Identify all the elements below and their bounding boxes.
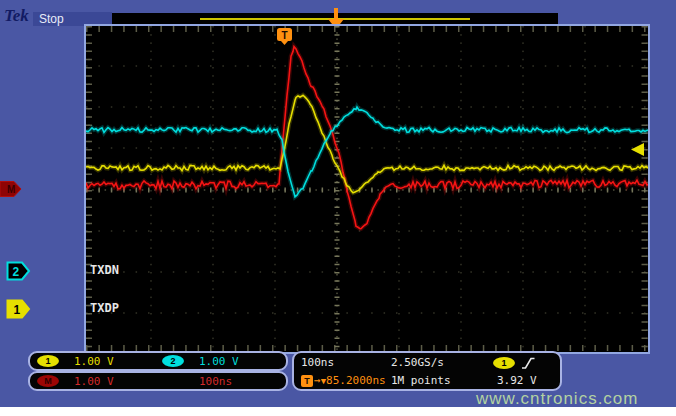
horizontal-trigger-readout[interactable]: 100ns 2.50GS/s 1 T→▼85.2000ns 1M points … [292,351,562,391]
watermark: www.cntronics.com [476,389,638,409]
channel-scale-readout[interactable]: 1 1.00 V 2 1.00 V [28,351,288,371]
svg-text:2: 2 [13,265,20,279]
svg-text:M: M [7,184,15,195]
svg-text:T: T [281,30,287,41]
ch1-scale: 1.00 V [74,355,162,368]
trigger-delay: T→▼85.2000ns [294,374,391,387]
tek-logo: Tek [4,6,29,26]
trigger-t-icon: T [301,375,313,387]
ch2-badge[interactable]: 2 [162,355,184,367]
ch1-position-marker[interactable]: 1 [6,299,31,319]
label-txdp: TXDP [90,301,119,315]
ch2-position-marker[interactable]: 2 [6,261,31,281]
math-badge[interactable]: M [37,375,59,387]
waveform-display: T TXDN TXDP [84,24,650,354]
ch2-scale: 1.00 V [199,355,239,368]
record-length: 1M points [391,374,487,387]
scope-bezel-panel: Tek Stop T TXDN TXDP M 2 1 [0,0,676,407]
timebase: 100ns [294,356,391,369]
acquisition-status: Stop [39,12,64,26]
math-scale: 1.00 V [74,375,162,388]
trigger-level-arrow-icon [631,143,644,156]
trigger-level: 3.92 V [487,374,537,387]
math-readout[interactable]: M 1.00 V 100ns [28,371,288,391]
graticule-and-traces: T [86,26,648,352]
ch1-badge[interactable]: 1 [37,355,59,367]
label-txdn: TXDN [90,263,119,277]
math-trace [86,47,648,229]
math-trace-glow [86,47,648,229]
math-timebase: 100ns [199,375,232,388]
trigger-source-badge[interactable]: 1 [493,357,515,369]
oscilloscope-screenshot: Tek Stop T TXDN TXDP M 2 1 [0,0,676,416]
sample-rate: 2.50GS/s [391,356,487,369]
svg-text:1: 1 [14,303,21,317]
trigger-slope-rising-icon [521,356,535,370]
math-position-marker[interactable]: M [0,181,23,198]
